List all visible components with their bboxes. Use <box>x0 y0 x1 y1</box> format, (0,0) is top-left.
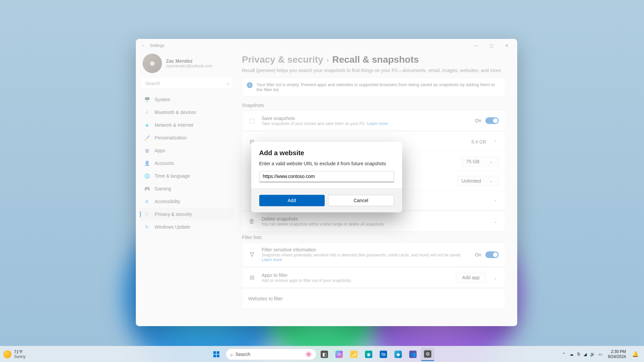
copilot-button[interactable]: ⟳ <box>332 348 346 361</box>
dialog-title: Add a website <box>259 149 394 157</box>
start-button[interactable] <box>210 348 223 361</box>
tray-chevron[interactable]: ⌃ <box>562 352 566 357</box>
add-button[interactable]: Add <box>259 195 325 206</box>
volume-icon: 🔊 <box>590 352 595 357</box>
cancel-button[interactable]: Cancel <box>328 195 394 206</box>
explorer-button[interactable]: 📁 <box>347 348 361 361</box>
battery-icon: ▭ <box>598 352 602 357</box>
search-icon: ⌕ <box>230 352 233 357</box>
settings-window: ← Settings — ▢ ✕ ☻ Zac Mendez zacmendez@… <box>136 39 517 326</box>
dialog-description: Enter a valid website URL to exclude it … <box>259 161 394 166</box>
wifi-icon: ◢ <box>584 352 587 357</box>
taskbar-search[interactable]: ⌕ Search 🌸 <box>226 349 316 360</box>
weather-widget[interactable]: 71°F Sunny <box>3 350 25 359</box>
taskbar: 71°F Sunny ⌕ Search 🌸 ◧ ⟳ 📁 ◉ 🛍 ◆ 👥 ⚙ ⌃ … <box>0 346 644 362</box>
store-button[interactable]: 🛍 <box>377 348 390 361</box>
notifications-button[interactable]: 🔔 <box>630 351 641 357</box>
settings-button[interactable]: ⚙ <box>421 348 434 361</box>
clock[interactable]: 2:30 PM 9/24/2024 <box>606 349 628 359</box>
website-url-input[interactable] <box>259 171 394 182</box>
sun-icon <box>3 350 11 358</box>
system-tray[interactable]: ☁ ⇅ ◢ 🔊 ▭ <box>568 352 604 357</box>
teams-button[interactable]: 👥 <box>406 348 420 361</box>
task-view-button[interactable]: ◧ <box>318 348 331 361</box>
add-website-dialog: Add a website Enter a valid website URL … <box>251 142 402 212</box>
onedrive-icon: ☁ <box>570 352 574 357</box>
chat-button[interactable]: ◆ <box>391 348 405 361</box>
edge-button[interactable]: ◉ <box>362 348 375 361</box>
network-icon: ⇅ <box>577 352 580 357</box>
